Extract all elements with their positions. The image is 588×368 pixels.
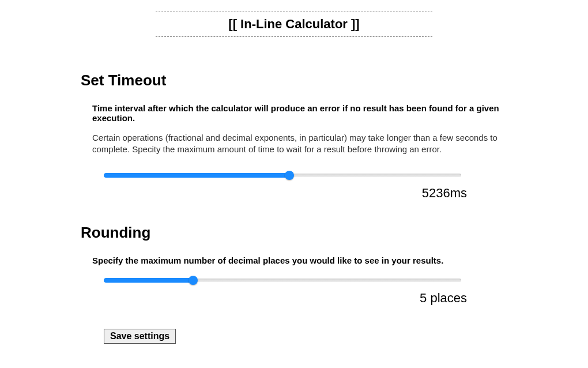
section-rounding: Rounding Specify the maximum number of d…: [81, 224, 507, 306]
title-rule-bottom: [156, 36, 432, 37]
timeout-slider-thumb[interactable]: [285, 171, 294, 180]
timeout-slider[interactable]: [104, 170, 461, 181]
app-title-block: [[ In-Line Calculator ]]: [156, 12, 432, 37]
timeout-slider-fill: [104, 173, 289, 178]
timeout-value: 5236ms: [81, 186, 467, 201]
timeout-subtitle: Time interval after which the calculator…: [92, 103, 507, 123]
rounding-value: 5 places: [81, 291, 467, 306]
section-timeout: Set Timeout Time interval after which th…: [81, 72, 507, 201]
rounding-slider-thumb[interactable]: [189, 276, 198, 285]
app-title: [[ In-Line Calculator ]]: [156, 12, 432, 36]
rounding-subtitle: Specify the maximum number of decimal pl…: [92, 256, 507, 265]
timeout-heading: Set Timeout: [81, 72, 507, 89]
rounding-slider[interactable]: [104, 275, 461, 286]
rounding-heading: Rounding: [81, 224, 507, 242]
save-button[interactable]: Save settings: [104, 329, 176, 344]
rounding-slider-fill: [104, 278, 193, 283]
timeout-description: Certain operations (fractional and decim…: [92, 132, 507, 156]
